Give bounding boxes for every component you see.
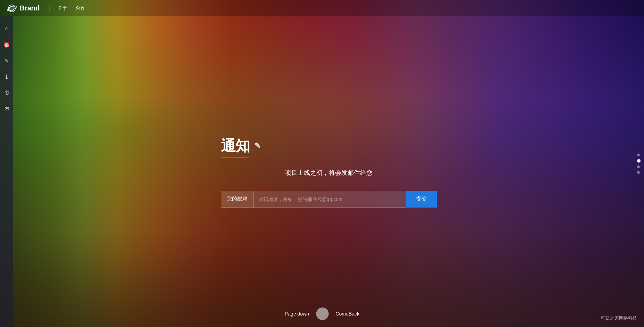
brand-name: Brand <box>20 4 40 12</box>
edit-icon[interactable]: ✎ <box>1 55 12 66</box>
phone-icon[interactable]: ✆ <box>1 87 12 98</box>
pagination-dot[interactable] <box>316 307 328 320</box>
main-content: 通知 ✎ 项目上线之初，将会发邮件给您 您的邮箱 提交 <box>13 16 644 327</box>
scroll-dot-3[interactable] <box>637 165 640 168</box>
content-box: 通知 ✎ 项目上线之初，将会发邮件给您 您的邮箱 提交 <box>221 136 437 208</box>
email-input[interactable] <box>253 191 406 208</box>
scroll-dot-2[interactable] <box>637 159 641 163</box>
nav-divider: | <box>48 5 50 12</box>
svg-point-2 <box>9 6 14 11</box>
title-underline <box>221 157 249 158</box>
nav-about[interactable]: 关于 <box>57 5 67 11</box>
home-icon[interactable]: ⌂ <box>1 23 12 34</box>
scroll-dots <box>637 154 641 174</box>
title-edit-icon: ✎ <box>254 141 261 150</box>
page-down-label: Page down <box>285 311 309 317</box>
email-label: 您的邮箱 <box>221 191 253 208</box>
section-subtitle: 项目上线之初，将会发邮件给您 <box>221 169 437 177</box>
come-back-label: ComeBack <box>335 311 359 317</box>
clock-icon[interactable]: ⏰ <box>1 39 12 50</box>
scroll-dot-4[interactable] <box>637 171 640 174</box>
brand-logo[interactable]: Brand <box>7 3 40 13</box>
info-icon[interactable]: ℹ <box>1 71 12 82</box>
nav-cooperate[interactable]: 合作 <box>76 5 85 11</box>
scroll-dot-1[interactable] <box>637 154 640 156</box>
submit-button[interactable]: 提交 <box>406 191 437 208</box>
top-nav: Brand | 关于 合作 <box>0 0 644 16</box>
mail-icon[interactable]: ✉ <box>1 103 12 114</box>
left-sidebar: ⌂ ⏰ ✎ ℹ ✆ ✉ <box>0 16 13 327</box>
footer-brand: 狗凯之家网络科技 <box>601 315 637 321</box>
section-title-text: 通知 <box>221 136 250 156</box>
email-form: 您的邮箱 提交 <box>221 191 437 208</box>
bottom-nav: Page down ComeBack <box>285 307 359 320</box>
planet-icon <box>7 3 17 13</box>
section-title-row: 通知 ✎ <box>221 136 261 156</box>
